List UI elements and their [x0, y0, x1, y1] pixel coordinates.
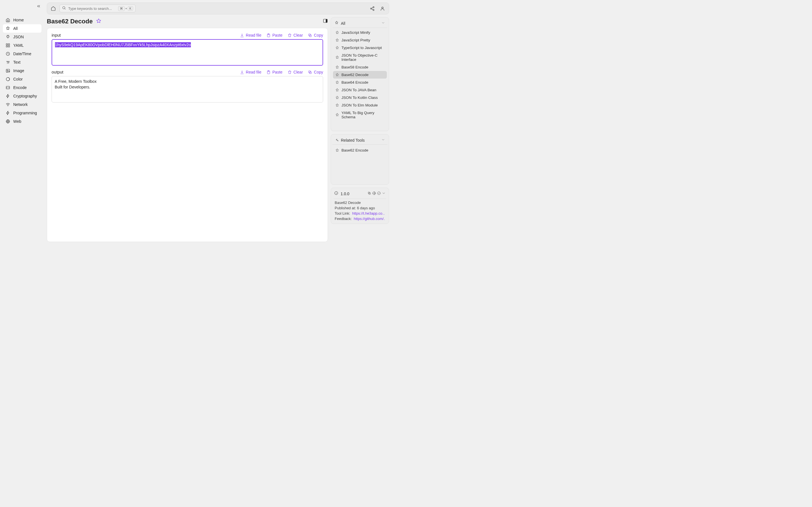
output-block: output Read file Paste: [52, 69, 323, 103]
tool-card: input Read file Paste: [47, 28, 328, 242]
tool-list-item[interactable]: JSON To Objective-C Interface: [333, 52, 387, 63]
input-block: input Read file Paste: [52, 33, 323, 66]
nav-all[interactable]: All: [3, 24, 42, 33]
output-textarea[interactable]: A Free, Modern Toolbox Built for Develop…: [52, 76, 323, 103]
output-paste-button[interactable]: Paste: [266, 70, 283, 74]
search-box[interactable]: ⌘ + K: [59, 4, 136, 12]
chevron-down-icon[interactable]: [382, 191, 386, 196]
home-button[interactable]: [50, 5, 57, 12]
nav-home[interactable]: Home: [3, 16, 42, 24]
tool-item-label: JavaScript Pretty: [342, 38, 370, 42]
input-read-file-button[interactable]: Read file: [240, 33, 261, 38]
input-textarea[interactable]: 1hyS9ekQ19ApEK80OVpobDlEH0NU7J5BFvvYk5Lh…: [52, 39, 323, 66]
tool-list-item[interactable]: JavaScript Minify: [333, 29, 387, 36]
bolt-icon: [6, 94, 10, 98]
tool-list-item[interactable]: JSON To JAVA Bean: [333, 86, 387, 94]
tool-item-label: Base58 Encode: [342, 65, 368, 69]
nav-network[interactable]: Network: [3, 100, 42, 109]
input-paste-button[interactable]: Paste: [266, 33, 283, 38]
user-button[interactable]: [378, 5, 386, 12]
grid-icon: [6, 43, 10, 48]
nav-text[interactable]: Text: [3, 58, 42, 66]
collapse-sidebar-button[interactable]: [36, 4, 41, 10]
info-tool-name: Base62 Decode: [335, 201, 385, 205]
nav-datetime[interactable]: Date/Time: [3, 50, 42, 58]
tools-list[interactable]: JavaScript MinifyJavaScript PrettyTypeSc…: [333, 28, 388, 129]
output-clear-button[interactable]: Clear: [288, 70, 303, 74]
tool-list-item[interactable]: TypeScript to Javascript: [333, 44, 387, 52]
input-copy-button[interactable]: Copy: [308, 33, 323, 38]
feedback-link[interactable]: https://github.com/…: [353, 217, 385, 221]
pin-icon: [335, 113, 339, 117]
related-list: Base62 Encode: [333, 145, 388, 156]
tool-list-item[interactable]: JSON To Kotlin Class: [333, 94, 387, 101]
chevron-down-icon[interactable]: [381, 21, 385, 25]
nav-label: Color: [13, 77, 22, 81]
nav-label: Encode: [13, 86, 27, 90]
wrench-icon: [335, 138, 339, 143]
feedback-label: Feedback:: [335, 217, 352, 221]
toggle-side-panel-button[interactable]: [323, 18, 328, 24]
check-circle-icon[interactable]: [377, 191, 381, 196]
output-label: output: [52, 69, 63, 74]
pin-icon: [335, 149, 339, 152]
nav-label: YAML: [13, 43, 24, 48]
nav-json[interactable]: JSON: [3, 33, 42, 41]
svg-rect-6: [6, 69, 10, 72]
svg-rect-4: [8, 46, 10, 47]
nav-encode[interactable]: Encode: [3, 83, 42, 92]
nav-yaml[interactable]: YAML: [3, 41, 42, 50]
right-panel: All JavaScript MinifyJavaScript PrettyTy…: [331, 17, 389, 242]
page-title: Base62 Decode: [47, 18, 93, 25]
nav-programming[interactable]: Programming: [3, 109, 42, 117]
input-clear-button[interactable]: Clear: [288, 33, 303, 38]
svg-point-31: [377, 191, 380, 194]
info-panel: 1.0.0 Base62 Decode Published at: 6 days…: [331, 187, 389, 224]
nav-label: Text: [13, 60, 20, 64]
pin-icon: [335, 38, 339, 42]
tool-item-label: TypeScript to Javascript: [342, 46, 382, 50]
nav-web[interactable]: Web: [3, 117, 42, 126]
output-copy-button[interactable]: Copy: [308, 70, 323, 74]
related-tool-item[interactable]: Base62 Encode: [333, 147, 387, 154]
nav-label: Cryptography: [13, 94, 37, 98]
published-value: 6 days ago: [357, 206, 375, 210]
tool-item-label: JSON To JAVA Bean: [342, 88, 376, 92]
nav-image[interactable]: Image: [3, 66, 42, 75]
chevron-down-icon[interactable]: [381, 138, 385, 143]
tool-item-label: Base64 Encode: [342, 80, 368, 84]
search-input[interactable]: [68, 6, 116, 11]
plug-icon: [6, 35, 10, 39]
share-button[interactable]: [368, 5, 376, 12]
svg-rect-18: [326, 19, 327, 22]
sidebar: Home All JSON YAML Date/Time Text Image: [0, 0, 44, 244]
tool-link-label: Tool Link:: [335, 211, 350, 216]
tool-item-label: JSON To Elm Module: [342, 103, 378, 107]
search-shortcut: ⌘ + K: [118, 6, 133, 11]
favorite-button[interactable]: [96, 18, 101, 24]
published-label: Published at:: [335, 206, 356, 210]
output-read-file-button[interactable]: Read file: [240, 70, 261, 74]
nav-color[interactable]: Color: [3, 75, 42, 83]
tool-list-item[interactable]: YAML To Big Query Schema: [333, 109, 387, 121]
tool-list-item[interactable]: Base58 Encode: [333, 63, 387, 71]
nav-cryptography[interactable]: Cryptography: [3, 92, 42, 100]
svg-rect-3: [6, 46, 8, 47]
copy-icon[interactable]: [367, 191, 371, 196]
related-tools-header[interactable]: Related Tools: [333, 136, 388, 145]
all-tools-header[interactable]: All: [333, 19, 388, 28]
tool-item-label: JSON To Kotlin Class: [342, 96, 378, 100]
pin-icon: [335, 46, 339, 50]
tool-list-item[interactable]: JSON To Elm Module: [333, 101, 387, 109]
tool-list-item[interactable]: Base62 Decode: [333, 71, 387, 78]
tool-list-item[interactable]: Base64 Encode: [333, 78, 387, 86]
search-icon: [62, 6, 66, 11]
pin-icon: [335, 96, 339, 100]
all-header-label: All: [341, 21, 345, 25]
pin-icon: [335, 21, 339, 25]
tool-link[interactable]: https://t.he3app.co…: [351, 211, 385, 216]
text-icon: [6, 60, 10, 64]
tool-list-item[interactable]: JavaScript Pretty: [333, 36, 387, 44]
pin-icon: [335, 103, 339, 107]
globe-icon[interactable]: [372, 191, 376, 196]
